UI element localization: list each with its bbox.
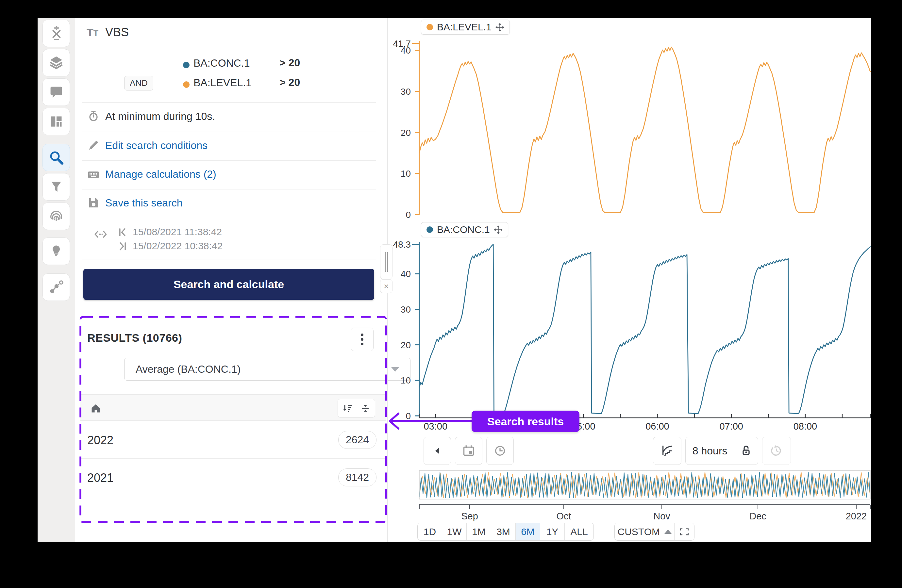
svg-text:10: 10 [401, 375, 411, 385]
jump-to-end-icon [118, 242, 127, 251]
unlock-icon [740, 444, 752, 457]
trend-type-button[interactable] [653, 437, 681, 465]
svg-text:07:00: 07:00 [719, 421, 743, 432]
condition-threshold: > 20 [279, 77, 300, 89]
custom-range-label: CUSTOM [618, 526, 660, 537]
svg-text:30: 30 [401, 86, 411, 97]
move-icon[interactable] [494, 225, 503, 234]
svg-text:30: 30 [401, 305, 411, 314]
results-table-header [80, 394, 386, 421]
series-name: BA:LEVEL.1 [437, 22, 492, 33]
kebab-menu-icon [360, 333, 364, 346]
sidebar-item-recommendations[interactable] [42, 238, 70, 265]
search-results-annotation: Search results [471, 411, 579, 432]
fit-view-button[interactable] [675, 523, 694, 540]
save-search-link[interactable]: Save this search [105, 197, 183, 209]
manage-calculations-link[interactable]: Manage calculations (2) [105, 168, 216, 180]
range-1d[interactable]: 1D [418, 523, 442, 540]
sidebar-item-fingerprint[interactable] [42, 203, 70, 230]
condition-tag[interactable]: BA:CONC.1 [193, 57, 250, 69]
results-heading: RESULTS (10766) [87, 332, 182, 344]
svg-text:03:00: 03:00 [424, 421, 448, 432]
svg-text:40: 40 [401, 45, 411, 56]
search-end-date: 15/02/2022 10:38:42 [133, 241, 222, 252]
lock-span-button[interactable] [734, 437, 758, 464]
calendar-button[interactable] [455, 437, 482, 465]
series-name: BA:CONC.1 [437, 224, 490, 235]
aggregate-select[interactable]: Average (BA:CONC.1) [124, 358, 410, 380]
time-range-icon [94, 230, 107, 239]
chevron-left-icon [433, 447, 441, 455]
home-icon[interactable] [90, 402, 101, 414]
impact-nodes-icon [49, 280, 64, 295]
search-title: VBS [105, 25, 129, 39]
edit-search-conditions-link[interactable]: Edit search conditions [105, 139, 208, 152]
condition-tag[interactable]: BA:LEVEL.1 [193, 77, 252, 89]
history-button[interactable] [762, 437, 791, 465]
time-button[interactable] [486, 437, 514, 465]
sidebar-item-filter[interactable] [42, 173, 70, 200]
search-icon [49, 150, 64, 165]
results-menu-button[interactable] [351, 328, 374, 351]
svg-text:10: 10 [401, 169, 411, 179]
svg-text:Nov: Nov [653, 511, 670, 521]
sort-descending-icon [342, 404, 352, 413]
sidebar-item-impact[interactable] [42, 274, 70, 301]
condition-threshold: > 20 [279, 57, 300, 69]
condition-color-dot [183, 81, 189, 88]
condition-color-dot [183, 62, 189, 68]
svg-text:20: 20 [401, 340, 411, 350]
fullscreen-icon [680, 527, 689, 536]
text-type-icon: TT [87, 26, 99, 39]
sidebar-item-calculations[interactable] [42, 20, 70, 47]
panel-close-button[interactable]: × [380, 279, 393, 293]
svg-text:0: 0 [406, 411, 411, 421]
range-6m[interactable]: 6M [516, 523, 540, 540]
sort-results-button[interactable] [338, 399, 356, 417]
move-icon[interactable] [495, 23, 504, 32]
clock-icon [493, 444, 507, 457]
range-1y[interactable]: 1Y [540, 523, 565, 540]
time-span-control: 8 hours [685, 437, 758, 465]
series-color-dot [426, 227, 433, 233]
layers-icon [49, 55, 64, 70]
result-row-label: 2021 [87, 471, 113, 485]
join-operator-chip: AND [124, 76, 153, 91]
custom-range-group: CUSTOM [614, 523, 694, 541]
sidebar-item-comments[interactable] [42, 78, 70, 106]
search-and-calculate-button[interactable]: Search and calculate [83, 269, 374, 300]
svg-text:06:00: 06:00 [645, 421, 669, 432]
svg-text:Sep: Sep [461, 511, 478, 521]
range-1m[interactable]: 1M [467, 523, 491, 540]
sidebar-item-search[interactable] [42, 144, 70, 171]
search-panel: TT VBS BA:CONC.1 > 20 AND BA:LEVEL.1 > 2… [75, 18, 387, 542]
svg-text:40: 40 [401, 269, 411, 279]
sidebar-item-layers[interactable] [42, 49, 70, 77]
svg-text:48.3: 48.3 [393, 239, 411, 250]
result-count-badge: 8142 [338, 468, 376, 486]
range-3m[interactable]: 3M [491, 523, 516, 540]
pencil-icon [88, 139, 99, 151]
step-back-button[interactable] [424, 437, 451, 465]
legend-ba-level[interactable]: BA:LEVEL.1 [421, 20, 510, 34]
range-all[interactable]: ALL [565, 523, 594, 540]
result-count-badge: 2624 [338, 431, 376, 449]
time-span-value[interactable]: 8 hours [686, 437, 734, 464]
svg-text:Oct: Oct [556, 511, 571, 521]
custom-range-button[interactable]: CUSTOM [615, 523, 675, 540]
range-button-group: 1D 1W 1M 3M 6M 1Y ALL [417, 523, 594, 541]
collapse-rows-button[interactable] [356, 399, 374, 417]
legend-ba-conc[interactable]: BA:CONC.1 [421, 222, 508, 237]
keyboard-icon [88, 169, 99, 181]
panel-splitter-handle[interactable] [380, 244, 393, 279]
dashboard-icon [49, 114, 63, 129]
collapse-vertical-icon [361, 404, 370, 413]
range-1w[interactable]: 1W [442, 523, 467, 540]
stopwatch-icon [88, 110, 99, 122]
trend-curves-icon [661, 444, 674, 457]
calendar-icon [462, 444, 475, 457]
calculations-icon [49, 26, 64, 41]
lightbulb-icon [49, 244, 63, 258]
search-start-date: 15/08/2021 11:38:42 [133, 227, 222, 238]
sidebar-item-dashboard[interactable] [42, 108, 70, 135]
